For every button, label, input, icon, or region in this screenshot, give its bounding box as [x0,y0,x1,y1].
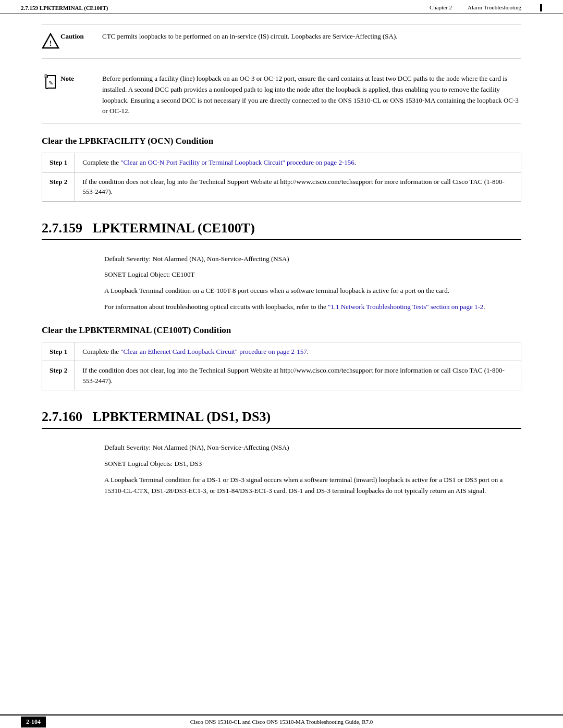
lpbk-step2-content: If the condition does not clear, log int… [75,361,521,390]
chapter-label: Chapter 2 [430,4,452,11]
section-159-severity: Default Severity: Not Alarmed (NA), Non-… [104,254,521,265]
table-row: Step 2 If the condition does not clear, … [42,361,521,390]
section-160-name: LPBKTERMINAL (DS1, DS3) [93,409,271,424]
section-159-desc2: For information about troubleshooting op… [104,302,521,313]
section-160-number: 2.7.160 [42,409,82,424]
table-row: Step 1 Complete the "Clear an OC-N Port … [42,153,521,172]
desc2-suffix: . [483,303,485,311]
section-160-title: 2.7.160 LPBKTERMINAL (DS1, DS3) [42,409,521,429]
lpbk-step2-label: Step 2 [42,361,75,390]
desc2-prefix: For information about troubleshooting op… [104,303,328,311]
step2-content: If the condition does not clear, log int… [75,172,521,201]
lpbkfacility-heading: Clear the LPBKFACILITY (OCN) Condition [42,136,521,146]
page-footer: 2-104 Cisco ONS 15310-CL and Cisco ONS 1… [0,714,563,728]
caution-icon: ! [42,32,60,52]
section-159-logical-object: SONET Logical Object: CE100T [104,269,521,280]
section-159: 2.7.159 LPKTERMINAL (CE100T) [42,220,521,250]
section-160-desc1: A Loopback Terminal condition for a DS-1… [104,475,521,497]
table-row: Step 2 If the condition does not clear, … [42,172,521,201]
step1-label: Step 1 [42,153,75,172]
desc2-link[interactable]: "1.1 Network Troubleshooting Tests" sect… [328,303,483,311]
page-header: 2.7.159 LPKTERMINAL (CE100T) Chapter 2 A… [0,0,563,14]
table-row: Step 1 Complete the "Clear an Ethernet C… [42,342,521,361]
page-number: 2-104 [21,717,46,727]
svg-text:✎: ✎ [48,80,53,86]
caution-label: Caution [60,31,92,41]
section-160-severity: Default Severity: Not Alarmed (NA), Non-… [104,442,521,453]
chapter-title: Alarm Troubleshooting [468,4,521,11]
breadcrumb: 2.7.159 LPKTERMINAL (CE100T) [21,5,108,11]
note-icon: ✎ [42,73,60,93]
note-text: Before performing a facility (line) loop… [102,73,521,117]
main-content: ! Caution CTC permits loopbacks to be pe… [0,14,563,533]
header-bar-decoration [540,4,542,11]
caution-block: ! Caution CTC permits loopbacks to be pe… [42,24,521,59]
section-159-desc1: A Loopback Terminal condition on a CE-10… [104,286,521,297]
step1-link[interactable]: "Clear an OC-N Port Facility or Terminal… [120,158,354,166]
lpbk-step1-suffix: . [307,348,309,355]
note-label: Note [60,73,92,83]
lpbkterminal-steps-table: Step 1 Complete the "Clear an Ethernet C… [42,342,521,391]
svg-text:!: ! [50,39,52,47]
step2-label: Step 2 [42,172,75,201]
section-160-logical-objects: SONET Logical Objects: DS1, DS3 [104,459,521,470]
step1-content: Complete the "Clear an OC-N Port Facilit… [75,153,521,172]
step1-suffix: . [354,158,356,166]
lpbk-step1-link[interactable]: "Clear an Ethernet Card Loopback Circuit… [120,348,307,355]
lpbkterminal-heading: Clear the LPBKTERMINAL (CE100T) Conditio… [42,325,521,336]
section-159-name: LPKTERMINAL (CE100T) [93,220,255,236]
section-160: 2.7.160 LPBKTERMINAL (DS1, DS3) [42,409,521,438]
lpbk-step1-content: Complete the "Clear an Ethernet Card Loo… [75,342,521,361]
lpbk-step1-label: Step 1 [42,342,75,361]
lpbk-step1-prefix: Complete the [82,348,120,355]
step1-prefix: Complete the [82,158,120,166]
footer-text: Cisco ONS 15310-CL and Cisco ONS 15310-M… [190,719,373,725]
lpbkfacility-steps-table: Step 1 Complete the "Clear an OC-N Port … [42,153,521,202]
section-159-number: 2.7.159 [42,220,82,236]
section-159-title: 2.7.159 LPKTERMINAL (CE100T) [42,220,521,240]
note-block: ✎ Note Before performing a facility (lin… [42,67,521,124]
caution-text: CTC permits loopbacks to be performed on… [102,31,398,42]
header-right: Chapter 2 Alarm Troubleshooting [430,4,542,11]
